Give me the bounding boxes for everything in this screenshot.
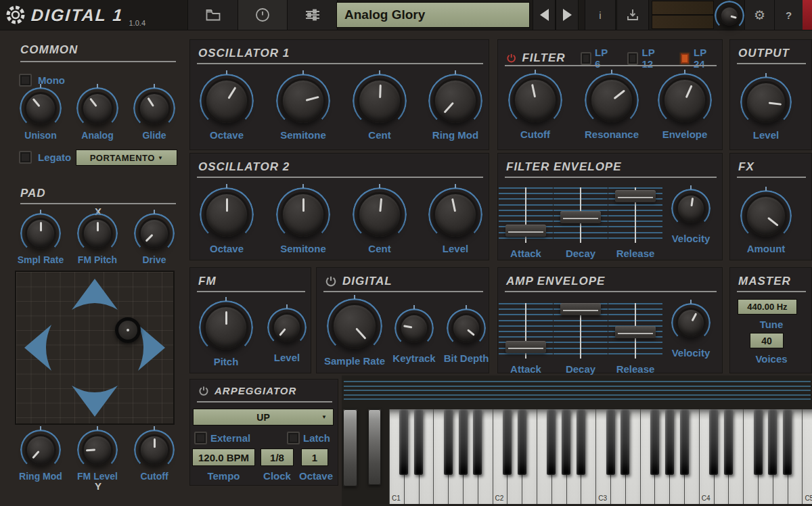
info-button[interactable]: i	[585, 0, 616, 30]
tempo-field[interactable]: 120.0 BPM	[192, 448, 255, 466]
fm-level-main-label: Level	[274, 352, 300, 363]
fm-pitch-label: FM Pitch	[78, 254, 117, 265]
drive-knob[interactable]	[139, 218, 170, 249]
aenv-velocity-label: Velocity	[672, 347, 710, 359]
lp6-checkbox[interactable]	[581, 52, 591, 65]
black-key[interactable]	[547, 409, 556, 475]
fenv-velocity-knob[interactable]	[676, 193, 706, 223]
lp24-checkbox[interactable]	[679, 52, 690, 65]
osc2-level-knob[interactable]	[433, 192, 478, 237]
aenv-release-slider[interactable]	[608, 303, 662, 359]
osc2-octave-cell: Octave	[194, 192, 259, 254]
pad-cutoff-knob[interactable]	[139, 434, 170, 465]
mono-checkbox[interactable]	[19, 74, 32, 87]
filter-envelope-knob[interactable]	[662, 78, 707, 122]
external-checkbox[interactable]	[194, 432, 207, 444]
filter-resonance-knob[interactable]	[589, 78, 634, 122]
black-key[interactable]	[518, 409, 526, 475]
lp12-checkbox[interactable]	[627, 52, 638, 65]
bit-depth-knob[interactable]	[451, 313, 481, 343]
voices-field[interactable]: 40	[750, 333, 784, 348]
black-key[interactable]	[399, 409, 408, 475]
black-key[interactable]	[665, 409, 674, 475]
xy-pad[interactable]	[15, 271, 175, 425]
osc1-cent-knob[interactable]	[357, 78, 402, 123]
pad-fm-level-knob[interactable]	[82, 434, 113, 465]
pad-ring-mod-knob[interactable]	[25, 434, 56, 465]
fx-amount-knob[interactable]	[745, 195, 787, 237]
latch-checkbox[interactable]	[287, 432, 300, 444]
smpl-rate-label: Smpl Rate	[18, 254, 64, 265]
fx-amount-cell: Amount	[734, 195, 798, 254]
white-key[interactable]: C5	[802, 409, 812, 504]
black-key[interactable]	[754, 409, 763, 475]
xy-pad-puck[interactable]	[115, 317, 141, 343]
portamento-dropdown[interactable]: PORTAMENTO ▼	[76, 150, 177, 166]
filter-cutoff-cell: Cutoff	[503, 78, 568, 140]
osc2-octave-knob[interactable]	[204, 192, 249, 237]
fm-pitch-main-knob[interactable]	[204, 305, 248, 350]
tune-field[interactable]: 440.00 Hz	[738, 299, 797, 315]
black-key[interactable]	[562, 409, 570, 475]
fenv-velocity-cell: Velocity	[658, 193, 723, 244]
octave-field[interactable]: 1	[301, 448, 328, 466]
master-volume-knob[interactable]	[719, 5, 740, 26]
settings-button[interactable]: ⚙	[744, 0, 775, 30]
filter-power-icon[interactable]	[506, 52, 516, 64]
black-key[interactable]	[577, 409, 585, 475]
legato-checkbox[interactable]	[19, 151, 32, 164]
preset-name-field[interactable]: Analog Glory	[336, 2, 530, 28]
osc2-cent-knob[interactable]	[357, 192, 402, 237]
fm-level-main-knob[interactable]	[272, 313, 302, 342]
filter-cutoff-knob[interactable]	[513, 78, 558, 122]
next-preset-button[interactable]	[556, 0, 579, 30]
osc1-octave-knob[interactable]	[204, 78, 249, 123]
analog-knob[interactable]	[81, 92, 114, 124]
black-key[interactable]	[444, 409, 453, 475]
sample-rate-knob[interactable]	[332, 303, 378, 349]
previous-preset-button[interactable]	[533, 0, 556, 30]
osc2-semitone-cell: Semitone	[271, 192, 336, 254]
fm-pitch-knob-cell: FM Pitch	[65, 218, 130, 265]
fenv-release-slider[interactable]	[608, 187, 662, 243]
black-key[interactable]	[724, 409, 733, 475]
keytrack-knob[interactable]	[399, 313, 429, 343]
clock-field[interactable]: 1/8	[261, 448, 294, 466]
unison-knob[interactable]	[24, 92, 57, 124]
fenv-decay-slider[interactable]	[554, 187, 608, 243]
browse-presets-button[interactable]	[187, 0, 238, 30]
osc1-ring-mod-knob[interactable]	[433, 78, 478, 123]
aenv-velocity-knob[interactable]	[676, 308, 706, 338]
osc2-semitone-knob[interactable]	[281, 192, 325, 237]
fm-pitch-knob[interactable]	[82, 218, 113, 249]
black-key[interactable]	[650, 409, 659, 475]
black-key[interactable]	[768, 409, 777, 475]
black-key[interactable]	[459, 409, 468, 475]
tempo-label: Tempo	[192, 470, 255, 482]
black-key[interactable]	[473, 409, 482, 475]
history-button[interactable]	[238, 0, 288, 30]
black-key[interactable]	[621, 409, 629, 475]
output-level-knob[interactable]	[745, 81, 787, 123]
smpl-rate-knob[interactable]	[25, 218, 56, 249]
arp-mode-dropdown[interactable]: UP ▼	[193, 409, 334, 426]
fenv-attack-slider[interactable]	[499, 187, 553, 243]
black-key[interactable]	[606, 409, 615, 475]
black-key[interactable]	[709, 409, 718, 475]
arpeggiator-power-icon[interactable]	[198, 386, 209, 396]
black-key[interactable]	[414, 409, 423, 475]
glide-knob[interactable]	[138, 92, 171, 124]
aenv-release-label: Release	[616, 363, 655, 375]
help-button[interactable]: ?	[774, 0, 803, 30]
filter-envelope-label: Envelope	[662, 129, 708, 140]
black-key[interactable]	[783, 409, 792, 475]
black-key[interactable]	[680, 409, 689, 475]
digital-power-icon[interactable]	[325, 275, 337, 288]
tweaks-button[interactable]	[287, 0, 338, 30]
black-key[interactable]	[503, 409, 512, 475]
aenv-attack-slider[interactable]	[499, 303, 553, 359]
aenv-decay-slider[interactable]	[554, 303, 608, 359]
osc1-semitone-knob[interactable]	[281, 78, 325, 123]
osc1-octave-label: Octave	[210, 129, 244, 141]
save-preset-button[interactable]	[616, 0, 649, 30]
